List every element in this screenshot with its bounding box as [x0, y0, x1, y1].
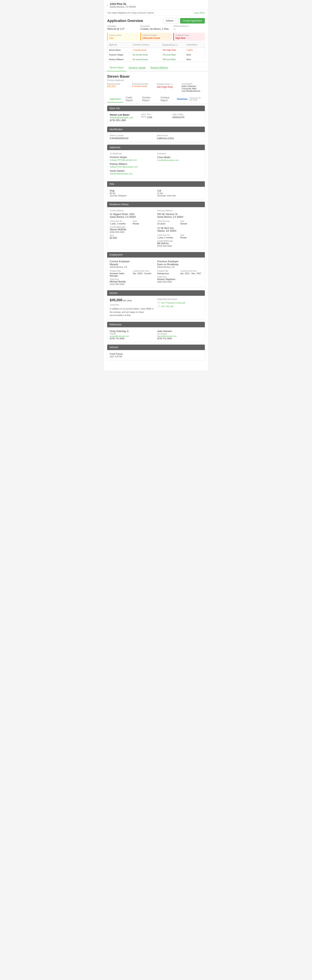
prev2-landlord-value: Bill DePrez [157, 242, 202, 245]
sub-tab-credit[interactable]: Credit Report [123, 94, 140, 104]
references-section: References Greg Ostertag Jr. Friend greg… [107, 322, 205, 342]
sub-tab-application[interactable]: Application [107, 96, 123, 102]
residence-header: Residence History [107, 202, 205, 207]
table-row[interactable]: Steven Bauer 2 records found 449 (High R… [107, 48, 205, 52]
combined-credit-value: High Risk [175, 37, 203, 39]
criminal-eviction-card: Criminal & Eviction 2 Records Found [140, 33, 172, 41]
previous-worked-item: I worked here from... Jan. 2011 - Dec. 2… [180, 269, 202, 275]
comments-text: In addition to my annual salary, I have … [110, 307, 155, 317]
doc1-link[interactable]: 📄 2017-Paystub-CoStar.pdf [157, 301, 202, 304]
tab-rodney-williams[interactable]: Rodney Williams [148, 64, 170, 72]
ps-score-label: Resident Score ⓘ [157, 83, 180, 86]
ps-income-label: Annual Income [107, 83, 131, 85]
current-address-label: Current Address [110, 210, 155, 212]
co-app2-email[interactable]: rwilliams7837@example.com [110, 165, 155, 168]
current-landlord-value: Steven McBride [110, 228, 155, 231]
co-app-list: Suzanne Vargas svargas7837@example.com R… [110, 156, 155, 175]
sub-tab-criminal[interactable]: Criminal Report [158, 94, 177, 104]
ref1-role: Friend [110, 332, 155, 335]
score-cards: Income to Rent 3.2x Criminal & Eviction … [104, 33, 208, 42]
ssn-label: SSN / ITIN [141, 113, 171, 116]
current-supervisor-block: Supervisor Michael Brently (415) 555-555… [110, 278, 155, 285]
rent-value: $2,500 [110, 237, 132, 239]
ref1-email[interactable]: grego@hotmail.com [110, 335, 155, 337]
overview-title: Application Overview [107, 19, 143, 23]
row2-crim: No records found [131, 52, 161, 57]
criminal-eviction-value: 2 Records Found [142, 37, 170, 39]
ref2-role: Co-worker [157, 332, 202, 335]
guarantor-name: Chris Mullin [157, 156, 202, 159]
city-address: Santa Monica, CA 90405 [110, 5, 136, 8]
current-worked-label: I worked here from... [133, 270, 151, 272]
previous-addresses-col: Previous Address 555 SE Harrison St. San… [157, 210, 202, 247]
ps-income: Annual Income $45,000 [107, 83, 131, 92]
income-per: per year [123, 299, 132, 302]
tab-steven-bauer[interactable]: Steven Bauer [107, 64, 126, 72]
actions-button[interactable]: Actions ··· [163, 18, 179, 24]
criminal-eviction-label: Criminal & Eviction [142, 34, 170, 36]
previous-supervisor-block: Supervisor Horace Stephens (555) 555-555… [157, 276, 202, 283]
prev2-meta: I lived here for... 1 year, 2 months Typ… [157, 234, 202, 239]
ref2-phone: (678) 731-0000 [157, 337, 202, 340]
applicant-profile: Steven Bauer Primary Applicant [104, 72, 208, 83]
previous-emp-details: Position/Title Salesperson I worked here… [157, 269, 202, 275]
person-tabs: Steven Bauer Suzanne Vargas Rodney Willi… [104, 64, 208, 72]
applicant-table: Applicant Criminal & Eviction ResidentSc… [107, 42, 205, 62]
row3-score: 700 (Low Risk) [161, 57, 185, 62]
tab-suzanne-vargas[interactable]: Suzanne Vargas [126, 64, 148, 72]
state-label: State Issued [157, 134, 202, 137]
employment-body: Current Employer Myoptic Santa Monica, C… [107, 258, 205, 288]
ps-alert1: Debt Collection [182, 85, 205, 88]
prev1-lived: I lived here for... 10 years [157, 220, 179, 225]
ps-crim: Criminal & Eviction 2 records found [132, 83, 155, 92]
ref1-phone: (678) 731-0000 [110, 337, 155, 340]
overview-header: Application Overview Actions ··· Accept … [104, 16, 208, 25]
sub-tab-eviction[interactable]: Eviction Report [140, 94, 158, 104]
accept-button[interactable]: Accept Application [180, 18, 205, 24]
pets-section: Pets Dog 80 lbs. German Shepard Cat 12 l… [107, 181, 205, 199]
basic-info-grid: Steven Lee Bauer sbauer@example.com (678… [110, 113, 202, 122]
transunion-label: TransUnion [177, 98, 187, 100]
ref2-email[interactable]: jhansi@hotmail.com [157, 335, 202, 337]
prev2-landlord: Landlord/Manager Bill DePrez (534) 555-5… [157, 240, 202, 247]
overview-meta: Submitted 09/01/18 @ 2:27 Household 3 Ad… [104, 25, 208, 33]
employment-section: Employment Current Employer Myoptic Sant… [107, 252, 205, 288]
current-emp-location: Santa Monica, CA [110, 266, 155, 268]
prev2-street: 12 SE MLK Ave. [157, 227, 202, 229]
previous-position-item: Position/Title Salesperson [157, 269, 179, 275]
ps-score: Resident Score ⓘ 449 (High Risk) [157, 83, 180, 92]
table-row[interactable]: Suzanne Vargas No records found 754 (Low… [107, 52, 205, 57]
co-app1-email[interactable]: svargas7837@example.com [110, 159, 155, 161]
learn-more-link[interactable]: Learn More [194, 11, 205, 14]
income-rent-label: Income to Rent [109, 34, 137, 36]
income-section: Income $45,000 per year Comments In addi… [107, 290, 205, 320]
emp-section: Current Employer Myoptic Santa Monica, C… [110, 260, 202, 285]
basic-info-section: Basic Info Steven Lee Bauer sbauer@examp… [107, 106, 205, 124]
ps-alert3: Low ResidentScore [182, 90, 205, 92]
current-worked-item: I worked here from... Jan. 2018 - Curren… [133, 269, 155, 277]
doc2-link[interactable]: 📄 2017-W2.pdf [157, 305, 202, 308]
current-landlord-block: Landlord/Manager Steven McBride (534) 55… [110, 226, 155, 233]
address-block: 1310 Pine St. Santa Monica, CA 90405 [110, 2, 136, 8]
identification-body: Driver's License KJH49302650J20 State Is… [107, 132, 205, 142]
current-position-item: Position/Title Assistant Sales Manager [110, 269, 132, 277]
current-supervisor-label: Supervisor [110, 278, 155, 280]
table-row[interactable]: Rodney Williams No records found 700 (Lo… [107, 57, 205, 62]
co-app3-email[interactable]: sdaniels@example.com [110, 172, 155, 175]
household-value: 3 Adults, No Minors, 2 Pets [140, 28, 172, 30]
current-lived-item: I lived here for... 1 year, 2 months [110, 220, 132, 225]
back-button[interactable]: ‹ [107, 3, 108, 7]
current-type-item: Type Rental [133, 220, 155, 225]
applicants-body: Co-Applicants Suzanne Vargas svargas7837… [107, 150, 205, 179]
street-address: 1310 Pine St. [110, 2, 136, 5]
guarantor-email[interactable]: cmullin@example.com [157, 159, 202, 161]
applicant-email[interactable]: sbauer@example.com [110, 116, 139, 119]
applicants-two-col: Co-Applicants Suzanne Vargas svargas7837… [110, 153, 202, 177]
submitted-value: 09/01/18 @ 2:27 [107, 28, 139, 30]
comments-label: Comments [110, 304, 155, 306]
prev1-lived-value: 10 years [157, 223, 179, 225]
current-emp-name: Myoptic [110, 263, 155, 266]
preferred-move-label: Preferred Move In [173, 25, 205, 27]
rent-label: Rent [110, 234, 132, 237]
current-rent-block: Rent $2,500 [110, 234, 155, 239]
